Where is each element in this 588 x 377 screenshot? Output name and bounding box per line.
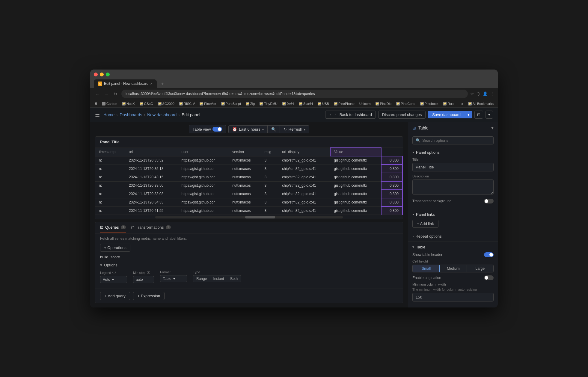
active-tab[interactable]: G Edit panel - New dashboard ✕ [94, 79, 157, 88]
legend-group: Legend ⓘ Auto ▾ [100, 270, 127, 283]
cell-height-medium[interactable]: Medium [440, 265, 466, 272]
breadcrumb-sep-3: › [178, 112, 180, 117]
tab-close-icon[interactable]: ✕ [150, 82, 153, 85]
show-header-toggle[interactable] [484, 252, 494, 257]
add-link-button[interactable]: + Add link [412, 220, 438, 228]
type-group: Type Range Instant Both [193, 270, 241, 282]
bookmark-star64[interactable]: 📁 Star64 [297, 101, 315, 106]
table-cell: gist.github.com/nuttx [330, 173, 381, 181]
transformations-tab[interactable]: ⇄ Transformations 1 [131, 222, 171, 233]
th-url-display: url_display [278, 148, 330, 156]
pinephone-favicon: 📁 [334, 102, 337, 105]
profile-icon[interactable]: 👤 [483, 91, 488, 96]
breadcrumb-dashboards[interactable]: Dashboards [120, 112, 142, 117]
discard-changes-button[interactable]: Discard panel changes [378, 111, 426, 119]
panel-type-dropdown[interactable]: ▾ [491, 125, 494, 131]
bookmark-pinevox[interactable]: 📁 PineVox [198, 101, 218, 106]
panel-links-header[interactable]: ▾ Panel links [412, 212, 494, 217]
tv-mode-button[interactable]: ⊡ [474, 111, 483, 119]
bookmark-gsoc[interactable]: 📁 GSoC [138, 101, 155, 106]
new-tab-button[interactable]: + [158, 80, 167, 88]
bookmark-0x64[interactable]: 📁 0x64 [281, 101, 296, 106]
table-cell: https://gist.github.cor [178, 181, 229, 190]
scrollbar-thumb[interactable] [245, 216, 275, 218]
breadcrumb-new-dashboard[interactable]: New dashboard [147, 112, 177, 117]
minimize-button[interactable] [100, 73, 104, 76]
grafana-topnav: ☰ Home › Dashboards › New dashboard › Ed… [90, 108, 498, 122]
forward-nav-button[interactable]: → [103, 90, 110, 97]
zoom-out-item[interactable]: 🔍 [267, 126, 280, 133]
table-view-item[interactable]: Table view [189, 125, 226, 133]
bookmark-apps[interactable]: ⊞ [93, 101, 99, 106]
enable-pagination-toggle[interactable] [484, 275, 494, 280]
options-collapse-icon: ▾ [100, 263, 102, 267]
panel-options-header[interactable]: ▾ Panel options [412, 150, 494, 155]
maximize-button[interactable] [106, 73, 110, 76]
queries-tab[interactable]: ⊡ Queries 1 [100, 222, 126, 233]
save-dashboard-button[interactable]: Save dashboard [428, 111, 465, 118]
min-step-input[interactable] [133, 276, 154, 283]
extension-icon[interactable]: ⬡ [477, 91, 480, 96]
bookmark-pinedio[interactable]: 📁 PineDio [374, 101, 393, 106]
format-group: Format Table ▾ [160, 270, 187, 282]
save-dropdown-button[interactable]: ▾ [465, 111, 472, 118]
menu-icon[interactable]: ⋮ [490, 91, 494, 96]
address-input[interactable] [121, 90, 468, 98]
refresh-item[interactable]: ↻ Refresh [280, 126, 309, 133]
bookmark-riscv[interactable]: 📁 RISC-V [177, 101, 197, 106]
panel-links-label: Panel links [416, 212, 435, 217]
min-col-width-input[interactable] [412, 293, 494, 301]
description-textarea[interactable] [412, 180, 494, 194]
panel-type-label: Table [418, 126, 428, 130]
all-bookmarks[interactable]: 📁 All Bookmarks [466, 101, 495, 106]
bookmark-nuttx[interactable]: 📁 NuttX [120, 101, 137, 106]
hamburger-menu[interactable]: ☰ [95, 111, 100, 118]
bookmark-rust[interactable]: 📁 Rust [441, 101, 456, 106]
bookmark-pinephone[interactable]: 📁 PinePhone [332, 101, 356, 106]
search-options-input[interactable] [422, 138, 490, 143]
format-select[interactable]: Table ▾ [160, 275, 187, 282]
bookmark-usb[interactable]: 📁 USB [316, 101, 331, 106]
bookmark-icon[interactable]: ☆ [470, 91, 474, 96]
instant-button[interactable]: Instant [210, 275, 227, 282]
time-range-item[interactable]: ⏰ Last 6 hours [229, 126, 267, 133]
table-view-label: Table view [193, 127, 211, 132]
bookmark-zig[interactable]: 📁 Zig [244, 101, 257, 106]
reload-button[interactable]: ↻ [112, 90, 119, 97]
cell-height-group: Small Medium Large [412, 265, 494, 272]
table-view-toggle[interactable] [212, 127, 222, 132]
breadcrumb-home[interactable]: Home [103, 112, 114, 117]
bookmark-pinebook[interactable]: 📁 Pinebook [418, 101, 440, 106]
repeat-options-section[interactable]: › Repeat options [408, 231, 498, 242]
more-bookmarks[interactable]: » [460, 101, 465, 106]
bookmark-pinecone[interactable]: 📁 PineCone [394, 101, 417, 106]
operations-button[interactable]: + Operations [100, 244, 130, 252]
cell-height-small[interactable]: Small [413, 265, 440, 272]
expression-button[interactable]: + Expression [133, 292, 165, 300]
bookmark-purescript[interactable]: 📁 PureScript [219, 101, 243, 106]
bookmark-tinyemu[interactable]: 📁 TinyEMU [258, 101, 279, 106]
bookmark-carbon[interactable]: C Carbon [100, 101, 119, 106]
range-button[interactable]: Range [193, 275, 210, 282]
bookmark-unicorn[interactable]: Unicorn [358, 101, 373, 106]
cell-height-large[interactable]: Large [467, 265, 493, 272]
both-button[interactable]: Both [227, 275, 241, 282]
transparent-bg-toggle[interactable] [484, 199, 494, 203]
table-cell: gist.github.com/nuttx [330, 206, 381, 215]
legend-select[interactable]: Auto ▾ [100, 276, 127, 283]
add-query-button[interactable]: + Add query [100, 292, 130, 300]
more-options-button[interactable]: ▾ [486, 111, 493, 119]
query-tabs: ⊡ Queries 1 ⇄ Transformations 1 [95, 222, 403, 233]
table-cell: 3 [261, 156, 279, 165]
table-settings-header[interactable]: ▾ Table [412, 245, 494, 249]
title-input[interactable] [412, 163, 494, 171]
scrollbar-track[interactable] [155, 216, 343, 218]
back-nav-button[interactable]: ← [94, 90, 101, 97]
table-cell: 3 [261, 173, 279, 181]
bookmark-sg2000[interactable]: 📁 SG2000 [156, 101, 176, 106]
table-cell: chip/stm32_gpio.c:41 [278, 190, 330, 198]
close-button[interactable] [94, 73, 98, 76]
options-header[interactable]: ▾ Options [100, 263, 398, 267]
transformations-tab-icon: ⇄ [131, 225, 134, 230]
back-to-dashboard-button[interactable]: ← ← Back to dashboard [325, 111, 376, 119]
